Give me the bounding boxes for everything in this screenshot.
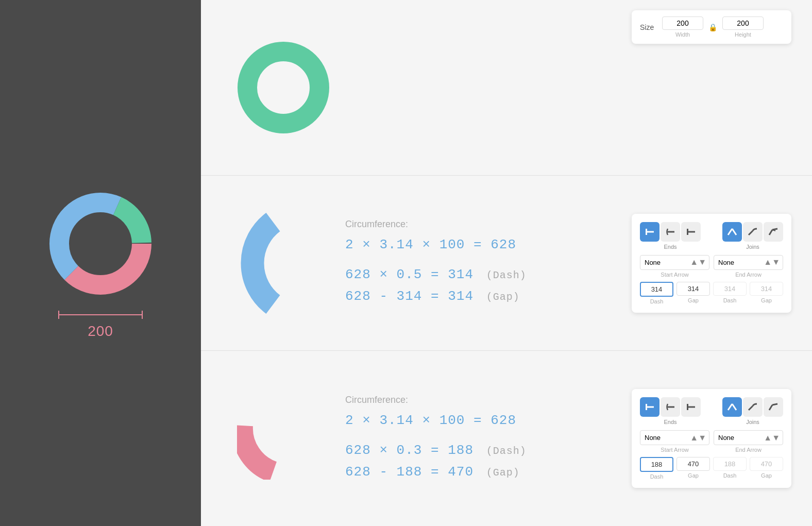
sidebar: 200 bbox=[0, 0, 201, 526]
start-arrow-sub-middle: Start Arrow bbox=[640, 272, 709, 278]
joins-btn2-middle[interactable] bbox=[743, 222, 763, 242]
height-input[interactable] bbox=[722, 16, 764, 30]
svg-line-11 bbox=[749, 231, 753, 235]
dash1-input-bottom[interactable] bbox=[640, 457, 673, 472]
svg-line-24 bbox=[772, 404, 777, 405]
joins-section-middle: Joins bbox=[722, 222, 783, 250]
bottom-toolbar-row: Ends bbox=[640, 397, 783, 425]
size-panel-label: Size bbox=[640, 23, 658, 31]
shape-area-bottom bbox=[222, 397, 325, 480]
svg-rect-15 bbox=[646, 404, 647, 410]
dash2-input-middle[interactable] bbox=[713, 282, 747, 296]
start-arrow-sub-bottom: Start Arrow bbox=[640, 447, 709, 453]
end-arrow-select-middle[interactable]: None bbox=[714, 255, 783, 270]
gap2-group-bottom: Gap bbox=[750, 457, 783, 480]
middle-dash-gap-row: Dash Gap Dash Gap bbox=[640, 282, 783, 304]
formula-label-bottom: Circumference: bbox=[345, 395, 621, 405]
ends-btn1-bottom[interactable] bbox=[640, 397, 659, 417]
measurement-bar: 200 bbox=[58, 311, 143, 340]
ends-group-bottom bbox=[640, 397, 701, 417]
gap1-input-middle[interactable] bbox=[676, 282, 710, 296]
height-group: Height bbox=[722, 16, 764, 38]
height-sub: Height bbox=[735, 31, 751, 38]
joins-btn1-bottom[interactable] bbox=[722, 397, 742, 417]
ends-btn2-middle[interactable] bbox=[661, 222, 680, 242]
size-label: 200 bbox=[88, 323, 113, 340]
joins-btn3-middle[interactable] bbox=[764, 222, 783, 242]
gap1-sub-middle: Gap bbox=[688, 297, 699, 303]
formula-area-middle: Circumference: 2 × 3.14 × 100 = 628 628 … bbox=[325, 219, 621, 307]
start-arrow-select-middle[interactable]: None bbox=[640, 255, 709, 270]
middle-arrow-row: None ▲▼ Start Arrow None ▲▼ End Arrow bbox=[640, 255, 783, 278]
middle-panel: Ends bbox=[632, 214, 791, 313]
formula-line-bottom-3: 628 - 188 = 470 (Gap) bbox=[345, 464, 621, 480]
bar-end-right bbox=[142, 311, 143, 319]
gap2-sub-bottom: Gap bbox=[761, 472, 772, 479]
ends-btn2-bottom[interactable] bbox=[661, 397, 680, 417]
partial-arc-salmon-svg bbox=[237, 397, 309, 480]
partial-arc-svg bbox=[232, 212, 314, 315]
end-arrow-sub-middle: End Arrow bbox=[714, 272, 783, 278]
start-arrow-select-wrapper-middle[interactable]: None ▲▼ bbox=[640, 255, 709, 270]
shape-area-middle bbox=[222, 212, 325, 315]
ends-group-middle bbox=[640, 222, 701, 242]
lock-icon: 🔒 bbox=[708, 23, 717, 31]
end-arrow-select-wrapper-bottom[interactable]: None ▲▼ bbox=[714, 430, 783, 445]
end-arrow-sub-bottom: End Arrow bbox=[714, 447, 783, 453]
ends-btn3-bottom[interactable] bbox=[681, 397, 701, 417]
joins-btn2-bottom[interactable] bbox=[743, 397, 763, 417]
dash2-group-bottom: Dash bbox=[713, 457, 747, 480]
middle-toolbar-row: Ends bbox=[640, 222, 783, 250]
gap1-group-bottom: Gap bbox=[676, 457, 710, 480]
joins-btn3-bottom[interactable] bbox=[764, 397, 783, 417]
gap2-input-middle[interactable] bbox=[750, 282, 783, 296]
dash2-input-bottom[interactable] bbox=[713, 457, 747, 471]
start-arrow-group-middle: None ▲▼ Start Arrow bbox=[640, 255, 709, 278]
svg-line-20 bbox=[728, 404, 732, 410]
width-sub: Width bbox=[675, 31, 690, 38]
joins-group-middle bbox=[722, 222, 783, 242]
end-arrow-group-bottom: None ▲▼ End Arrow bbox=[714, 430, 783, 453]
dash1-sub-middle: Dash bbox=[650, 298, 664, 304]
joins-btn1-middle[interactable] bbox=[722, 222, 742, 242]
start-arrow-group-bottom: None ▲▼ Start Arrow bbox=[640, 430, 709, 453]
svg-line-12 bbox=[769, 230, 772, 235]
joins-section-bottom: Joins bbox=[722, 397, 783, 425]
bottom-dash-gap-row: Dash Gap Dash Gap bbox=[640, 457, 783, 480]
svg-line-9 bbox=[728, 229, 732, 235]
dash1-sub-bottom: Dash bbox=[650, 473, 664, 480]
start-arrow-select-bottom[interactable]: None bbox=[640, 430, 709, 445]
dash2-group-middle: Dash bbox=[713, 282, 747, 304]
gap1-group-middle: Gap bbox=[676, 282, 710, 304]
ends-btn3-middle[interactable] bbox=[681, 222, 701, 242]
dash1-group-middle: Dash bbox=[640, 282, 673, 304]
bottom-arrow-row: None ▲▼ Start Arrow None ▲▼ End Arrow bbox=[640, 430, 783, 453]
gap2-input-bottom[interactable] bbox=[750, 457, 783, 471]
ends-btn1-middle[interactable] bbox=[640, 222, 659, 242]
width-input[interactable] bbox=[662, 16, 703, 30]
svg-line-23 bbox=[769, 405, 772, 410]
dash2-sub-bottom: Dash bbox=[723, 472, 737, 479]
joins-group-bottom bbox=[722, 397, 783, 417]
formula-line-middle-3: 628 - 314 = 314 (Gap) bbox=[345, 289, 621, 304]
section-bottom: Circumference: 2 × 3.14 × 100 = 628 628 … bbox=[201, 351, 812, 526]
svg-line-22 bbox=[749, 406, 753, 410]
joins-label-middle: Joins bbox=[746, 244, 759, 250]
width-group: Width bbox=[662, 16, 703, 38]
svg-rect-7 bbox=[687, 229, 688, 235]
formula-area-bottom: Circumference: 2 × 3.14 × 100 = 628 628 … bbox=[325, 395, 621, 483]
bottom-panel: Ends bbox=[632, 389, 791, 488]
gap1-input-bottom[interactable] bbox=[676, 457, 710, 471]
end-arrow-select-wrapper-middle[interactable]: None ▲▼ bbox=[714, 255, 783, 270]
end-arrow-select-bottom[interactable]: None bbox=[714, 430, 783, 445]
main-content: Size Width 🔒 Height Circumference: 2 × 3 bbox=[201, 0, 812, 526]
start-arrow-select-wrapper-bottom[interactable]: None ▲▼ bbox=[640, 430, 709, 445]
formula-line-bottom-1: 2 × 3.14 × 100 = 628 bbox=[345, 413, 621, 428]
gap2-group-middle: Gap bbox=[750, 282, 783, 304]
dash1-group-bottom: Dash bbox=[640, 457, 673, 480]
bar-line bbox=[58, 311, 143, 319]
formula-line-middle-1: 2 × 3.14 × 100 = 628 bbox=[345, 237, 621, 252]
dash1-input-middle[interactable] bbox=[640, 282, 673, 297]
formula-label-middle: Circumference: bbox=[345, 219, 621, 230]
ends-section-middle: Ends bbox=[640, 222, 701, 250]
